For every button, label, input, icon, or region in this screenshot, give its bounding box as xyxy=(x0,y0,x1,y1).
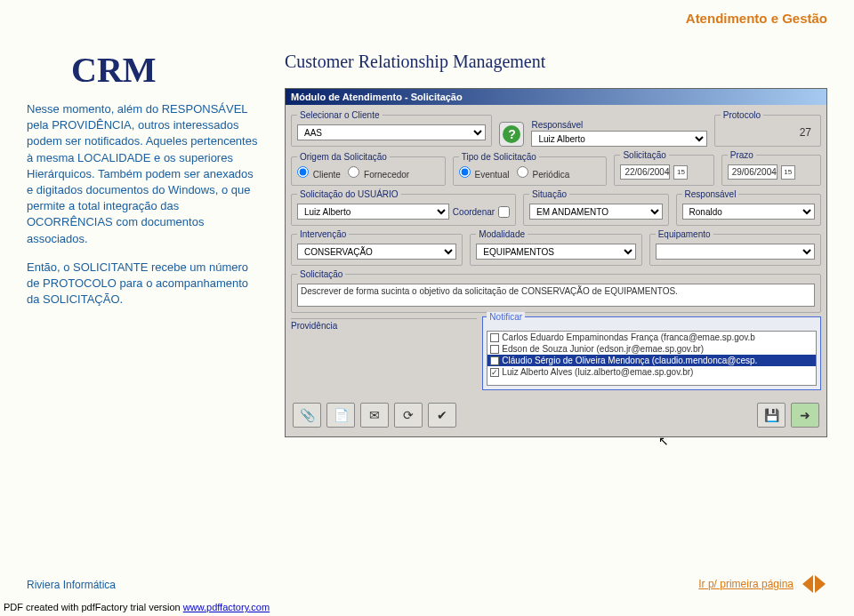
page-header: Atendimento e Gestão xyxy=(686,11,827,26)
modalidade-select[interactable]: EQUIPAMENTOS xyxy=(476,244,635,260)
first-page-link[interactable]: Ir p/ primeira página xyxy=(698,578,794,590)
crm-subtitle: Customer Relationship Management xyxy=(285,52,832,72)
notify-label: Notificar xyxy=(487,312,525,322)
check-button[interactable]: ✔ xyxy=(428,403,456,428)
document-button[interactable]: 📄 xyxy=(326,403,355,428)
attach-button[interactable]: 📎 xyxy=(293,403,321,428)
dialog-titlebar: Módulo de Atendimento - Solicitação xyxy=(286,89,826,105)
next-arrow-icon[interactable] xyxy=(815,575,826,593)
save-button[interactable]: 💾 xyxy=(757,403,786,428)
radio-fornecedor[interactable]: Fornecedor xyxy=(348,170,409,180)
calendar-icon[interactable]: 15 xyxy=(781,165,795,180)
solicitacao-date[interactable]: 22/06/2004 xyxy=(620,164,670,180)
help-icon[interactable]: ? xyxy=(499,122,524,147)
equip-select[interactable] xyxy=(656,244,815,260)
notify-list[interactable]: Carlos Eduardo Empaminondas França (fran… xyxy=(487,331,817,386)
protocolo-value: 27 xyxy=(721,124,815,140)
label-providencia: Providência xyxy=(291,318,477,331)
label-equipamento: Equipamento xyxy=(656,229,713,239)
desc-textarea[interactable]: Descrever de forma sucinta o objetivo da… xyxy=(297,284,815,307)
crm-logo: CRM xyxy=(71,49,262,91)
calendar-icon[interactable]: 15 xyxy=(673,165,688,180)
client-select[interactable]: AAS xyxy=(297,124,486,140)
label-modalidade: Modalidade xyxy=(476,229,528,239)
intro-paragraph-1: Nesse momento, além do RESPONSÁVEL pela … xyxy=(27,101,262,247)
exit-button[interactable]: ➜ xyxy=(791,403,819,428)
dialog-window: Módulo de Atendimento - Solicitação Sele… xyxy=(285,88,827,437)
prazo-date[interactable]: 29/06/2004 xyxy=(728,164,777,180)
resp2-select[interactable]: Ronaldo xyxy=(682,204,815,220)
list-item[interactable]: Cláudio Sérgio de Oliveira Mendonça (cla… xyxy=(487,355,816,366)
list-item[interactable]: Luiz Alberto Alves (luiz.alberto@emae.sp… xyxy=(487,366,816,378)
pdffactory-link[interactable]: www.pdffactory.com xyxy=(183,602,270,612)
situacao-select[interactable]: EM ANDAMENTO xyxy=(529,204,662,220)
list-item[interactable]: Carlos Eduardo Empaminondas França (fran… xyxy=(487,332,816,343)
label-origem: Origem da Solicitação xyxy=(297,152,390,162)
label-solic-usuario: Solicitação do USUÁRIO xyxy=(297,189,401,199)
footer-company: Riviera Informática xyxy=(27,579,116,591)
label-protocolo: Protocolo xyxy=(721,110,763,120)
label-select-client: Selecionar o Cliente xyxy=(297,110,383,120)
prev-arrow-icon[interactable] xyxy=(802,575,813,593)
footer-nav: Ir p/ primeira página xyxy=(698,575,826,593)
dialog-toolbar: 📎 📄 ✉ ⟳ ✔ 💾 ➜ xyxy=(291,399,821,431)
coord-checkbox[interactable] xyxy=(498,206,510,218)
intervencao-select[interactable]: CONSERVAÇÃO xyxy=(297,244,456,260)
list-item[interactable]: Edson de Souza Junior (edson.jr@emae.sp.… xyxy=(487,343,816,355)
pdf-footer: PDF created with pdfFactory trial versio… xyxy=(4,602,270,612)
notify-panel: Notificar Carlos Eduardo Empaminondas Fr… xyxy=(482,316,821,390)
intro-paragraph-2: Então, o SOLICITANTE recebe um número de… xyxy=(27,260,262,308)
mail-button[interactable]: ✉ xyxy=(360,403,389,428)
label-situacao: Situação xyxy=(529,189,569,199)
label-responsavel: Responsável xyxy=(531,120,706,130)
label-solicitacao-date: Solicitação xyxy=(620,150,668,160)
label-resp2: Responsável xyxy=(682,189,739,199)
right-column: Customer Relationship Management Módulo … xyxy=(285,52,832,437)
coord-label: Coordenar xyxy=(453,207,495,217)
responsavel-select[interactable]: Luiz Alberto xyxy=(531,131,706,147)
label-tipo: Tipo de Solicitação xyxy=(459,152,539,162)
refresh-button[interactable]: ⟳ xyxy=(394,403,423,428)
label-prazo: Prazo xyxy=(728,150,756,160)
label-desc: Solicitação xyxy=(297,269,345,279)
cursor-icon: ↖ xyxy=(658,434,669,448)
radio-eventual[interactable]: Eventual xyxy=(459,170,510,180)
radio-periodica[interactable]: Periódica xyxy=(517,170,569,180)
radio-cliente[interactable]: Cliente xyxy=(297,170,341,180)
left-column: CRM Nesse momento, além do RESPONSÁVEL p… xyxy=(27,49,262,320)
su-select[interactable]: Luiz Alberto xyxy=(297,204,449,220)
label-intervencao: Intervenção xyxy=(297,229,349,239)
